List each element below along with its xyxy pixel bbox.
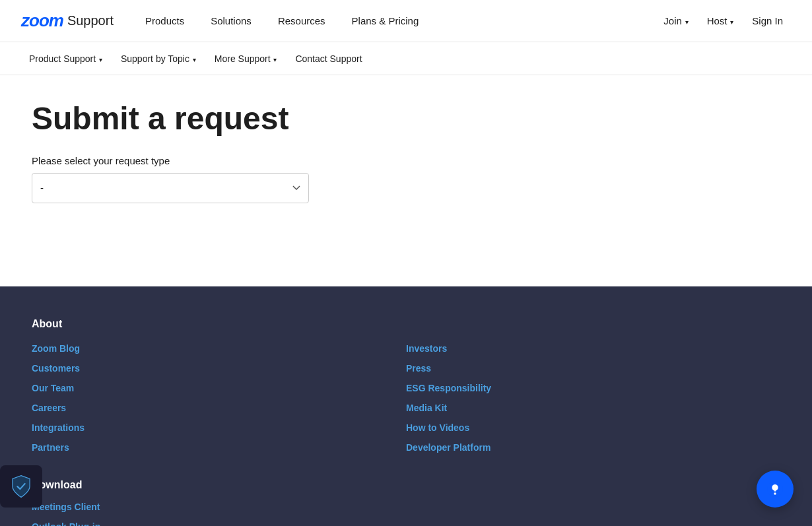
- subnav-support-by-topic[interactable]: Support by Topic ▾: [113, 48, 204, 69]
- nav-sign-in[interactable]: Sign In: [744, 10, 791, 32]
- footer-right-col: Investors Press ESG Responsibility Media…: [406, 343, 780, 453]
- more-support-chevron-icon: ▾: [272, 56, 277, 63]
- request-type-select[interactable]: - Technical Support Billing Account Mana…: [32, 173, 309, 203]
- footer-link-investors[interactable]: Investors: [406, 343, 780, 354]
- footer-link-zoom-blog[interactable]: Zoom Blog: [32, 343, 406, 354]
- footer-left-col: Zoom Blog Customers Our Team Careers Int…: [32, 343, 406, 453]
- subnav-more-support[interactable]: More Support ▾: [207, 48, 285, 69]
- join-chevron-icon: ▾: [683, 18, 689, 26]
- footer-link-meetings-client[interactable]: Meetings Client: [32, 502, 780, 512]
- nav-plans-pricing[interactable]: Plans & Pricing: [341, 10, 430, 32]
- nav-resources[interactable]: Resources: [267, 10, 336, 32]
- shield-icon: [9, 475, 33, 498]
- nav-solutions[interactable]: Solutions: [200, 10, 262, 32]
- subnav-contact-support[interactable]: Contact Support: [287, 48, 370, 69]
- chat-icon: [766, 480, 784, 498]
- footer-columns: Zoom Blog Customers Our Team Careers Int…: [32, 343, 780, 453]
- footer-link-our-team[interactable]: Our Team: [32, 383, 406, 393]
- logo-link[interactable]: zoom Support: [21, 11, 114, 31]
- request-type-wrapper: - Technical Support Billing Account Mana…: [32, 173, 309, 203]
- footer-link-media-kit[interactable]: Media Kit: [406, 403, 780, 413]
- chat-bubble[interactable]: [757, 471, 794, 508]
- main-content: Submit a request Please select your requ…: [0, 75, 812, 286]
- footer-link-integrations[interactable]: Integrations: [32, 422, 406, 433]
- page-title: Submit a request: [32, 102, 780, 137]
- footer-link-outlook-plugin[interactable]: Outlook Plug-in: [32, 521, 780, 526]
- top-nav-links: Products Solutions Resources Plans & Pri…: [135, 10, 656, 32]
- nav-products[interactable]: Products: [135, 10, 195, 32]
- nav-host[interactable]: Host ▾: [699, 10, 742, 32]
- top-nav-right: Join ▾ Host ▾ Sign In: [656, 10, 791, 32]
- request-type-label: Please select your request type: [32, 155, 780, 166]
- footer-link-esg[interactable]: ESG Responsibility: [406, 383, 780, 393]
- sub-nav: Product Support ▾ Support by Topic ▾ Mor…: [0, 42, 812, 75]
- svg-point-1: [774, 492, 776, 495]
- footer-link-press[interactable]: Press: [406, 363, 780, 374]
- support-by-topic-chevron-icon: ▾: [191, 56, 196, 63]
- footer-link-partners[interactable]: Partners: [32, 442, 406, 453]
- nav-join[interactable]: Join ▾: [656, 10, 696, 32]
- product-support-chevron-icon: ▾: [97, 56, 102, 63]
- footer-download-section: Download Meetings Client Outlook Plug-in: [32, 479, 780, 526]
- footer-link-developer-platform[interactable]: Developer Platform: [406, 442, 780, 453]
- host-chevron-icon: ▾: [729, 18, 734, 26]
- footer-about-label: About: [32, 318, 780, 330]
- footer-download-col: Meetings Client Outlook Plug-in: [32, 502, 780, 526]
- footer-link-customers[interactable]: Customers: [32, 363, 406, 374]
- footer-download-label: Download: [32, 479, 780, 491]
- security-badge[interactable]: [0, 465, 42, 508]
- footer-link-careers[interactable]: Careers: [32, 403, 406, 413]
- zoom-logo: zoom: [21, 11, 63, 31]
- top-nav: zoom Support Products Solutions Resource…: [0, 0, 812, 42]
- footer-link-how-to-videos[interactable]: How to Videos: [406, 422, 780, 433]
- footer: About Zoom Blog Customers Our Team Caree…: [0, 286, 812, 526]
- subnav-product-support[interactable]: Product Support ▾: [21, 48, 110, 69]
- support-label: Support: [67, 13, 114, 28]
